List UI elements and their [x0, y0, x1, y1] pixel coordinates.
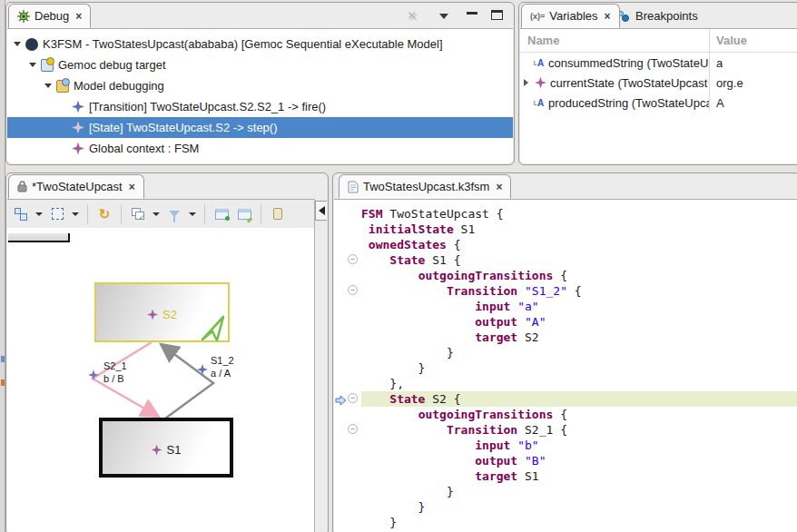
edit-mode-icon[interactable] [236, 206, 252, 222]
debug-tree-item[interactable]: [State] TwoStateUpcast.S2 -> step() [7, 117, 513, 138]
gutter[interactable] [334, 237, 361, 252]
layers-dropdown-icon[interactable] [153, 212, 160, 216]
code-line[interactable]: } [334, 499, 797, 515]
gutter[interactable] [334, 376, 361, 391]
gutter[interactable] [334, 206, 361, 222]
tab-variables[interactable]: (x)= Variables × [521, 4, 620, 28]
transition-diamond-icon[interactable] [88, 369, 99, 380]
fold-collapse-icon[interactable]: − [348, 393, 358, 403]
refresh-icon[interactable]: ↻ [96, 206, 113, 222]
code-line[interactable]: − State S1 { [334, 252, 797, 268]
close-icon[interactable]: × [75, 10, 82, 23]
code-area[interactable]: FSM TwoStateUpcast { initialState S1 own… [334, 199, 797, 532]
gutter[interactable] [334, 268, 361, 283]
code-line[interactable]: FSM TwoStateUpcast { [334, 206, 797, 222]
gutter[interactable]: − [334, 391, 361, 407]
minimize-icon[interactable] [467, 12, 477, 16]
gutter[interactable] [334, 453, 361, 468]
code-line[interactable]: target S1 [334, 468, 797, 484]
gutter[interactable] [334, 360, 361, 376]
show-properties-icon[interactable] [213, 206, 230, 222]
debug-tree-item[interactable]: K3FSM - TwoStatesUpcast(abababa) [Gemoc … [7, 34, 513, 54]
gutter[interactable] [334, 330, 361, 345]
transition-label-s2-1[interactable]: S2_1 b / B [103, 360, 127, 385]
gutter[interactable] [334, 515, 361, 530]
close-icon[interactable]: × [129, 181, 135, 193]
filters-dropdown-icon[interactable] [189, 212, 196, 216]
gutter[interactable] [334, 468, 361, 484]
code-line[interactable]: outgoingTransitions { [334, 268, 797, 283]
debug-tree-item[interactable]: Gemoc debug target [7, 54, 513, 75]
code-line[interactable]: } [334, 484, 797, 499]
tab-debug[interactable]: Debug × [8, 4, 91, 28]
code-line[interactable]: input "a" [334, 299, 797, 314]
fold-collapse-icon[interactable]: − [348, 254, 358, 264]
tab-diagram[interactable]: *TwoStateUpcast × [8, 174, 144, 199]
clipboard-icon[interactable] [270, 206, 286, 222]
code-line[interactable]: } [334, 345, 797, 360]
close-icon[interactable]: × [496, 181, 502, 193]
code-line[interactable]: }, [334, 376, 797, 391]
arrange-all-icon[interactable] [13, 206, 29, 222]
code-line[interactable]: − Transition S2_1 { [334, 422, 797, 438]
code-line[interactable]: initialState S1 [334, 222, 797, 237]
fold-collapse-icon[interactable]: − [348, 424, 358, 434]
gutter[interactable]: − [334, 283, 361, 299]
variable-row[interactable]: AproducedString (TwoStateUpcaA [520, 93, 797, 113]
code-line[interactable]: ownedStates { [334, 237, 797, 252]
debug-tree-item[interactable]: [Transition] TwoStateUpcast.S2.S2_1 -> f… [7, 96, 513, 117]
gutter[interactable]: − [334, 422, 361, 438]
transition-label-s1-2[interactable]: S1_2 a / A [211, 354, 234, 379]
column-value[interactable]: Value [709, 34, 747, 47]
gutter[interactable] [334, 438, 361, 453]
minimized-view-icon[interactable] [1, 379, 5, 386]
transition-diamond-icon[interactable] [197, 364, 208, 375]
column-divider[interactable] [709, 29, 710, 111]
filters-icon[interactable] [166, 206, 182, 222]
code-line[interactable]: output "A" [334, 314, 797, 330]
code-line[interactable]: − Transition "S1_2" { [334, 283, 797, 299]
code-line[interactable]: } [334, 515, 797, 530]
palette-collapse-button[interactable] [315, 201, 327, 221]
canvas-overview-handle[interactable] [8, 233, 70, 242]
gutter[interactable] [334, 314, 361, 330]
gutter[interactable] [334, 222, 361, 237]
debug-tree-item[interactable]: Global context : FSM [7, 138, 513, 159]
column-name[interactable]: Name [520, 34, 709, 47]
maximize-icon[interactable] [491, 10, 503, 20]
close-icon[interactable]: × [605, 10, 611, 23]
expander-icon[interactable] [524, 79, 528, 86]
tab-breakpoints[interactable]: Breakpoints [610, 4, 706, 28]
gutter[interactable]: − [334, 252, 361, 268]
expander-icon[interactable] [29, 63, 36, 67]
code-line[interactable]: output "B" [334, 453, 797, 468]
tab-k3fsm-file[interactable]: TwoStatesUpcast.k3fsm × [339, 174, 511, 199]
fold-collapse-icon[interactable]: − [348, 285, 358, 295]
diagram-canvas[interactable]: S2 S1 S2_1 b / B S1_2 a / A [7, 228, 314, 532]
code-text: input "a" [361, 299, 797, 314]
code-line[interactable]: target S2 [334, 330, 797, 345]
transition-edge-s1-2[interactable] [161, 344, 213, 419]
variable-row[interactable]: AconsummedString (TwoStateUpa [520, 53, 797, 73]
layers-icon[interactable] [130, 206, 146, 222]
variable-row[interactable]: currentState (TwoStateUpcast :org.e [520, 73, 797, 93]
select-dropdown-icon[interactable] [72, 212, 79, 216]
arrange-dropdown-icon[interactable] [35, 212, 43, 216]
gutter[interactable] [334, 407, 361, 422]
gutter[interactable] [334, 499, 361, 515]
expander-icon[interactable] [44, 84, 52, 88]
code-line[interactable]: outgoingTransitions { [334, 407, 797, 422]
view-menu-icon[interactable] [439, 14, 448, 19]
gutter[interactable] [334, 345, 361, 360]
expander-icon[interactable] [14, 42, 21, 46]
minimized-view-icon[interactable] [1, 356, 5, 362]
code-line[interactable]: − State S2 { [334, 391, 797, 407]
debug-tree-item[interactable]: Model debugging [7, 75, 513, 96]
code-line[interactable]: input "b" [334, 438, 797, 453]
state-node-s1[interactable]: S1 [99, 418, 233, 478]
select-mode-icon[interactable] [49, 206, 65, 222]
remove-terminated-launches-icon[interactable]: × [408, 7, 416, 23]
gutter[interactable] [334, 299, 361, 314]
code-line[interactable]: } [334, 360, 797, 376]
gutter[interactable] [334, 484, 361, 499]
